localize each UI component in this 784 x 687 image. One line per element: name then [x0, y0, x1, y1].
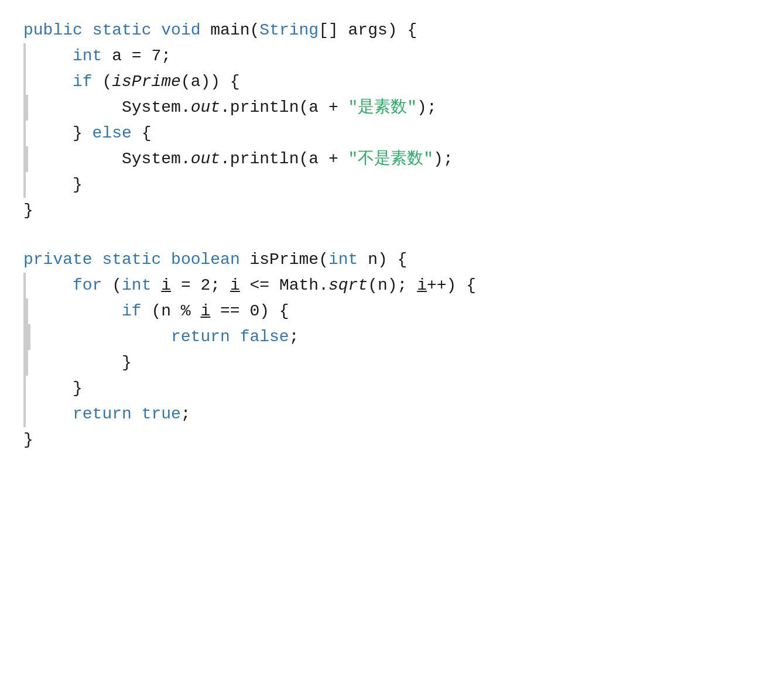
- var-i-3: i: [417, 276, 427, 294]
- main-method-section: public static void main(String[] args) {…: [23, 18, 761, 224]
- line-close-for: }: [26, 376, 761, 401]
- keyword-return-2: return: [73, 405, 132, 423]
- type-string: String: [259, 21, 319, 39]
- keyword-if-2: if: [122, 302, 142, 320]
- string-not-prime: "不是素数": [348, 150, 433, 168]
- keyword-void: void: [161, 21, 200, 39]
- keyword-int-1: int: [73, 47, 102, 65]
- line-close-main: }: [23, 198, 761, 224]
- line-close-else: }: [26, 172, 761, 198]
- var-i-1: i: [161, 276, 171, 294]
- keyword-return-1: return: [171, 328, 230, 346]
- line-if-isprime: if (isPrime(a)) {: [26, 69, 761, 95]
- keyword-boolean: boolean: [171, 250, 240, 269]
- method-isprime-call-1: isPrime: [112, 73, 181, 91]
- keyword-false: false: [240, 328, 289, 346]
- keyword-for: for: [73, 276, 102, 294]
- line-println-not-prime: System.out.println(a + "不是素数");: [28, 146, 761, 172]
- keyword-static-2: static: [102, 250, 161, 269]
- keyword-int-2: int: [122, 276, 151, 294]
- line-close-inner-if: }: [28, 350, 761, 376]
- var-i-4: i: [200, 302, 210, 320]
- keyword-true: true: [142, 405, 181, 423]
- else-body-bar: System.out.println(a + "不是素数");: [26, 146, 761, 172]
- line-if-mod: if (n % i == 0) {: [28, 298, 761, 324]
- line-return-false: return false;: [30, 324, 761, 350]
- isprime-body-bar: for (int i = 2; i <= Math.sqrt(n); i++) …: [23, 273, 761, 427]
- line-isprime-signature: private static boolean isPrime(int n) {: [23, 247, 761, 273]
- main-body-bar: int a = 7; if (isPrime(a)) { System.out.…: [23, 43, 761, 198]
- code-block: public static void main(String[] args) {…: [23, 18, 761, 687]
- keyword-else: else: [93, 124, 132, 142]
- var-i-2: i: [230, 276, 240, 294]
- inner-if-body-bar: return false;: [28, 324, 761, 350]
- line-for-loop: for (int i = 2; i <= Math.sqrt(n); i++) …: [26, 273, 761, 298]
- keyword-static: static: [93, 21, 152, 39]
- keyword-if-1: if: [73, 73, 93, 91]
- if-body-bar: System.out.println(a + "是素数");: [26, 95, 761, 121]
- for-body-bar: if (n % i == 0) { return false; }: [26, 298, 761, 376]
- line-return-true: return true;: [26, 401, 761, 427]
- method-name-isprime: isPrime(: [250, 250, 328, 269]
- field-out-1: out: [191, 98, 220, 116]
- field-out-2: out: [191, 150, 220, 168]
- type-int-param: int: [328, 250, 358, 269]
- isprime-method-section: private static boolean isPrime(int n) { …: [23, 247, 761, 453]
- line-close-isprime: }: [23, 427, 761, 453]
- method-name-main: main(: [210, 21, 259, 39]
- line-int-a: int a = 7;: [26, 43, 761, 69]
- line-println-prime: System.out.println(a + "是素数");: [28, 95, 761, 121]
- line-else: } else {: [26, 121, 761, 146]
- keyword-private: private: [23, 250, 93, 269]
- keyword-public: public: [23, 21, 83, 39]
- string-is-prime: "是素数": [348, 98, 417, 116]
- watermark: CSDN @shallrelow: [679, 685, 749, 687]
- line-main-signature: public static void main(String[] args) {: [23, 18, 761, 43]
- method-sqrt: sqrt: [328, 276, 368, 294]
